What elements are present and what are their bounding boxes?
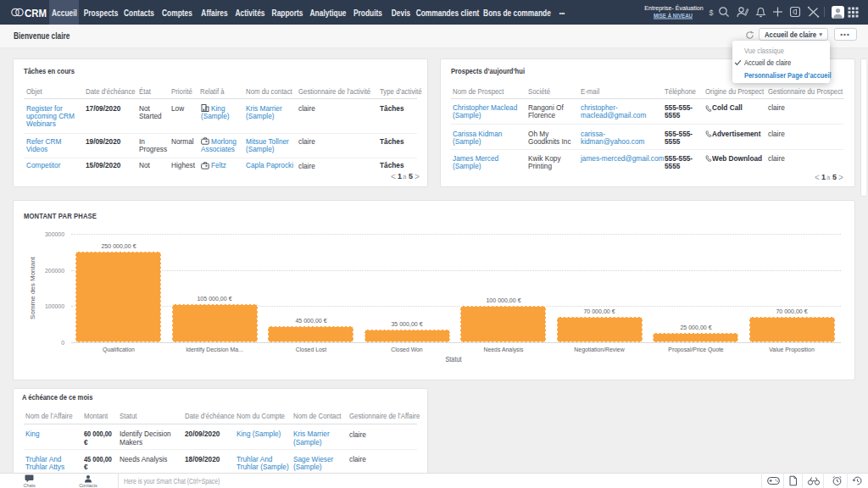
svg-text:$: $ (709, 8, 713, 17)
